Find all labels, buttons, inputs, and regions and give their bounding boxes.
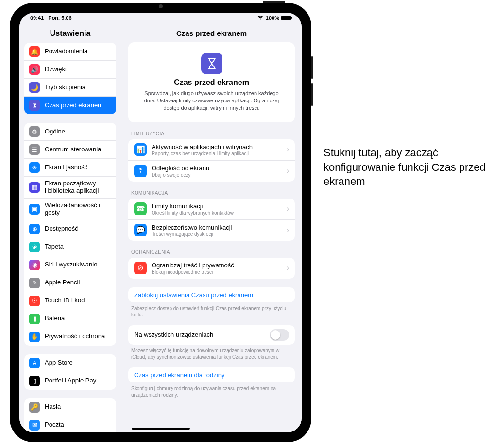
sidebar-item-icon: ☉: [29, 296, 40, 306]
sidebar-item[interactable]: 🔊Dźwięki: [24, 61, 116, 79]
sidebar-item[interactable]: ⊕Dostępność: [24, 220, 116, 238]
sidebar-item[interactable]: ☉Touch ID i kod: [24, 292, 116, 310]
cell-subtitle: Określ limity dla wybranych kontaktów: [152, 210, 282, 216]
cell-icon: ⊘: [134, 262, 147, 274]
sidebar-group-4: 🔑Hasła✉Poczta👤Kontakty📅Kalendarz: [24, 398, 116, 432]
sidebar-item-label: Prywatność i ochrona: [45, 333, 105, 340]
sidebar-item[interactable]: ✋Prywatność i ochrona: [24, 328, 116, 346]
hourglass-icon: [201, 53, 222, 74]
chevron-right-icon: ›: [287, 226, 289, 234]
chevron-right-icon: ›: [287, 166, 289, 175]
callout-line: [286, 154, 324, 154]
comm-group: ☎Limity komunikacjiOkreśl limity dla wyb…: [128, 199, 295, 241]
section-header-restrict: OGRANICZENIA: [128, 241, 295, 258]
sidebar-item[interactable]: ☰Centrum sterowania: [24, 141, 116, 159]
lock-footer: Zabezpiecz dostęp do ustawień funkcji Cz…: [128, 302, 295, 318]
sidebar-item-label: Dźwięki: [45, 66, 67, 73]
sidebar-item-icon: ✋: [29, 332, 40, 342]
sidebar-item-icon: ◉: [29, 260, 40, 270]
sidebar-item-icon: ▦: [29, 182, 40, 193]
family-label: Czas przed ekranem dla rodziny: [134, 371, 289, 379]
cell-icon: 📊: [134, 143, 147, 156]
sidebar-item[interactable]: 🔑Hasła: [24, 398, 116, 416]
sidebar-item-icon: 🔑: [29, 402, 40, 413]
setting-cell[interactable]: 💬Bezpieczeństwo komunikacjiTreści wymaga…: [128, 220, 295, 241]
sidebar-item-label: Ekran i jasność: [45, 164, 87, 171]
chevron-right-icon: ›: [287, 204, 289, 213]
section-header-comm: KOMUNIKACJA: [128, 182, 295, 199]
settings-sidebar: Ustawienia 🔔Powiadomienia🔊Dźwięki🌙Tryb s…: [19, 22, 121, 432]
setting-cell[interactable]: 📊Aktywność w aplikacjach i witrynachRapo…: [128, 139, 295, 161]
sidebar-item-label: Hasła: [45, 403, 61, 411]
sidebar-item[interactable]: ▯Portfel i Apple Pay: [24, 372, 116, 390]
sidebar-item[interactable]: ✎Apple Pencil: [24, 274, 116, 292]
cell-subtitle: Dbaj o swoje oczy: [152, 172, 282, 178]
hw-volume-up: [311, 56, 313, 79]
section-header-usage: LIMIT UŻYCIA: [128, 122, 295, 139]
sidebar-item-label: Ekran początkowy i biblioteka aplikacji: [45, 180, 111, 195]
sidebar-item[interactable]: AApp Store: [24, 354, 116, 372]
usage-group: 📊Aktywność w aplikacjach i witrynachRapo…: [128, 139, 295, 182]
sidebar-item-label: Ogólne: [45, 128, 65, 135]
sidebar-item[interactable]: ❀Tapeta: [24, 238, 116, 256]
cell-title: Ograniczaj treść i prywatność: [152, 262, 282, 269]
detail-title: Czas przed ekranem: [121, 22, 302, 42]
sidebar-item-icon: ✎: [29, 278, 40, 288]
device-frame: 09:41 Pon. 5.06 100% Ustawienia 🔔Powiado…: [10, 3, 311, 442]
cell-title: Aktywność w aplikacjach i witrynach: [152, 143, 282, 150]
sidebar-item-icon: ▮: [29, 314, 40, 324]
hw-volume-down: [311, 83, 313, 106]
sidebar-item[interactable]: ▣Wielozadaniowość i gesty: [24, 199, 116, 220]
cell-icon: ☎: [134, 202, 147, 215]
hw-power-button: [263, 1, 285, 3]
family-row[interactable]: Czas przed ekranem dla rodziny: [128, 367, 295, 382]
sidebar-item[interactable]: ✉Poczta: [24, 416, 116, 432]
hero-heading: Czas przed ekranem: [141, 78, 282, 87]
sidebar-item-label: Wielozadaniowość i gesty: [45, 202, 111, 216]
setting-cell[interactable]: ☎Limity komunikacjiOkreśl limity dla wyb…: [128, 199, 295, 220]
sidebar-item[interactable]: ◉Siri i wyszukiwanie: [24, 256, 116, 274]
sidebar-item-icon: ▯: [29, 376, 40, 386]
hero-card: Czas przed ekranem Sprawdzaj, jak długo …: [128, 42, 295, 122]
sidebar-item-label: Poczta: [45, 421, 64, 429]
sidebar-item[interactable]: ⧗Czas przed ekranem: [24, 97, 116, 114]
sidebar-item[interactable]: 🌙Tryb skupienia: [24, 79, 116, 97]
sidebar-item-icon: ☀: [29, 162, 40, 173]
all-devices-switch[interactable]: [270, 329, 289, 341]
camera-dot: [159, 4, 163, 8]
cell-icon: ⇡: [134, 165, 147, 177]
sidebar-item-label: Apple Pencil: [45, 279, 80, 286]
cell-title: Limity komunikacji: [152, 202, 282, 210]
sidebar-item-label: Powiadomienia: [45, 48, 87, 55]
sidebar-item-icon: ⚙: [29, 126, 40, 137]
hero-body: Sprawdzaj, jak długo używasz swoich urzą…: [141, 90, 282, 112]
sidebar-item[interactable]: 🔔Powiadomienia: [24, 43, 116, 61]
status-date: Pon. 5.06: [48, 15, 71, 21]
cell-subtitle: Treści wymagające dyskrecji: [152, 232, 282, 237]
sidebar-item-icon: 🔊: [29, 64, 40, 75]
sidebar-group-1: 🔔Powiadomienia🔊Dźwięki🌙Tryb skupienia⧗Cz…: [24, 43, 116, 114]
sidebar-item-icon: ⊕: [29, 224, 40, 234]
sidebar-item-label: Dostępność: [45, 225, 78, 232]
sidebar-item[interactable]: ⚙Ogólne: [24, 123, 116, 141]
setting-cell[interactable]: ⊘Ograniczaj treść i prywatnośćBlokuj nie…: [128, 258, 295, 279]
sidebar-item-label: Tapeta: [45, 243, 64, 250]
all-devices-row[interactable]: Na wszystkich urządzeniach: [128, 325, 295, 345]
battery-icon: [281, 16, 291, 20]
sidebar-item[interactable]: ▮Bateria: [24, 310, 116, 328]
home-indicator: [132, 428, 190, 430]
lock-settings-row[interactable]: Zablokuj ustawienia Czasu przed ekranem: [128, 287, 295, 302]
sidebar-item-label: Bateria: [45, 315, 65, 322]
sidebar-item-icon: 🔔: [29, 46, 40, 57]
sidebar-item[interactable]: ☀Ekran i jasność: [24, 159, 116, 177]
sidebar-group-2: ⚙Ogólne☰Centrum sterowania☀Ekran i jasno…: [24, 123, 116, 346]
cell-title: Bezpieczeństwo komunikacji: [152, 224, 282, 231]
sidebar-item-icon: 🌙: [29, 82, 40, 93]
sidebar-item-label: Tryb skupienia: [45, 84, 85, 91]
setting-cell[interactable]: ⇡Odległość od ekranuDbaj o swoje oczy›: [128, 161, 295, 182]
sidebar-item[interactable]: ▦Ekran początkowy i biblioteka aplikacji: [24, 177, 116, 199]
detail-pane: Czas przed ekranem Czas przed ekranem Sp…: [121, 22, 302, 432]
sidebar-item-label: Czas przed ekranem: [45, 102, 103, 109]
family-group: Czas przed ekranem dla rodziny: [128, 367, 295, 382]
sidebar-item-label: Touch ID i kod: [45, 297, 85, 304]
